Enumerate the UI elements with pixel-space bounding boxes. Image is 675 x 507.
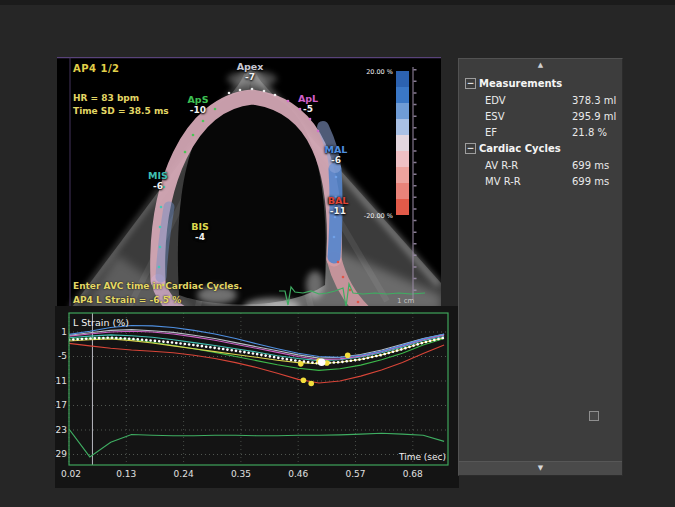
measurement-label: EF: [485, 127, 497, 138]
section-title: Measurements: [479, 78, 562, 89]
segment-name: Apex: [237, 61, 264, 72]
global-strain-result: AP4 L Strain = -6.5 %: [73, 295, 181, 305]
segment-name: BAL: [328, 195, 349, 206]
scroll-up-icon: ▲: [538, 62, 543, 69]
measurement-label: AV R-R: [485, 160, 518, 171]
svg-text:-11: -11: [55, 376, 67, 386]
segment-strain-value: -4: [177, 232, 223, 243]
measurement-label: EDV: [485, 95, 506, 106]
measurement-row[interactable]: AV R-R699 ms: [465, 157, 622, 173]
svg-text:0.13: 0.13: [116, 469, 136, 479]
segment-name: BIS: [191, 221, 209, 232]
segment-strain-value: -5: [285, 104, 331, 115]
segment-label-mis: MIS-6: [135, 170, 181, 192]
scroll-up-button[interactable]: ▲: [459, 59, 622, 72]
strain-chart-panel[interactable]: 1-5-11-17-23-290.020.130.240.350.460.570…: [55, 306, 459, 488]
segment-label-apl: ApL-5: [285, 93, 331, 115]
segment-name: MIS: [148, 170, 168, 181]
panel-handle-icon[interactable]: [589, 411, 599, 421]
svg-text:0.57: 0.57: [345, 469, 365, 479]
avc-prompt-message: Enter AVC time in Cardiac Cycles.: [73, 281, 242, 291]
measurement-row[interactable]: EF21.8 %: [465, 124, 622, 140]
colorbar-max-label: 20.00 %: [366, 68, 393, 76]
strain-chart[interactable]: 1-5-11-17-23-290.020.130.240.350.460.570…: [55, 306, 459, 488]
scroll-down-icon: ▼: [538, 465, 543, 472]
segment-label-apex: Apex-7: [227, 61, 273, 83]
segment-strain-value: -6: [313, 155, 359, 166]
segment-label-bis: BIS-4: [177, 221, 223, 243]
svg-text:1: 1: [61, 327, 67, 337]
measurement-value: 699 ms: [572, 160, 609, 171]
svg-text:0.46: 0.46: [288, 469, 308, 479]
measurement-value: 21.8 %: [572, 127, 607, 138]
svg-text:0.24: 0.24: [174, 469, 194, 479]
measurement-label: ESV: [485, 111, 505, 122]
measurements-panel: ▲ −MeasurementsEDV378.3 mlESV295.9 mlEF2…: [458, 58, 623, 476]
measurement-row[interactable]: MV R-R699 ms: [465, 173, 622, 189]
section-header[interactable]: −Measurements: [465, 75, 622, 92]
section-header[interactable]: −Cardiac Cycles: [465, 140, 622, 157]
measurements-list: −MeasurementsEDV378.3 mlESV295.9 mlEF21.…: [459, 72, 622, 189]
segment-name: MAL: [325, 144, 348, 155]
svg-text:-29: -29: [55, 449, 67, 459]
top-strip: [0, 0, 675, 5]
segment-label-aps: ApS-10: [175, 94, 221, 116]
collapse-icon[interactable]: −: [465, 143, 476, 154]
collapse-icon[interactable]: −: [465, 78, 476, 89]
chart-curves: [69, 326, 444, 457]
svg-text:-17: -17: [55, 400, 67, 410]
time-sd-label: Time SD = 38.5 ms: [73, 106, 169, 116]
scale-label: 1 cm: [397, 297, 415, 305]
strain-colorbar: [396, 71, 409, 215]
measurement-row[interactable]: ESV295.9 ml: [465, 108, 622, 124]
segment-strain-value: -7: [227, 72, 273, 83]
section-title: Cardiac Cycles: [479, 143, 561, 154]
measurement-value: 295.9 ml: [572, 111, 616, 122]
ultrasound-panel[interactable]: 20.00 % -20.00 % 1 cm AP4 1/2 HR = 83 bp…: [57, 57, 441, 311]
view-label: AP4 1/2: [73, 63, 120, 74]
chart-title: L Strain (%): [73, 317, 129, 328]
svg-text:0.35: 0.35: [231, 469, 251, 479]
segment-strain-value: -11: [315, 206, 361, 217]
measurement-value: 699 ms: [572, 176, 609, 187]
segment-label-bal: BAL-11: [315, 195, 361, 217]
curve-ecg: [69, 429, 444, 457]
segment-strain-value: -10: [175, 105, 221, 116]
segment-strain-value: -6: [135, 181, 181, 192]
heart-rate-label: HR = 83 bpm: [73, 93, 139, 103]
colorbar-min-label: -20.00 %: [364, 212, 393, 220]
svg-text:0.68: 0.68: [403, 469, 423, 479]
measurement-value: 378.3 ml: [572, 95, 616, 106]
measurement-row[interactable]: EDV378.3 ml: [465, 92, 622, 108]
measurement-label: MV R-R: [485, 176, 521, 187]
scroll-down-button[interactable]: ▼: [459, 461, 622, 475]
svg-text:0.02: 0.02: [61, 469, 81, 479]
chart-xlabel: Time (sec): [398, 452, 446, 462]
svg-text:-5: -5: [58, 351, 67, 361]
svg-text:-23: -23: [55, 425, 67, 435]
segment-name: ApL: [298, 93, 318, 104]
segment-name: ApS: [188, 94, 209, 105]
segment-label-mal: MAL-6: [313, 144, 359, 166]
